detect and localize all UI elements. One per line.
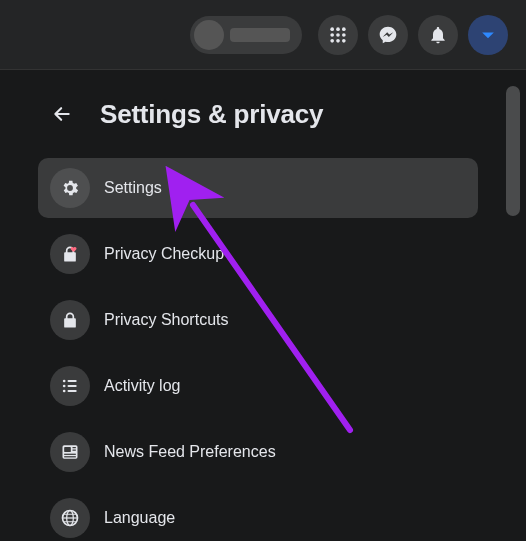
svg-rect-18	[64, 456, 76, 457]
panel-header: Settings & privacy	[38, 82, 478, 158]
svg-point-7	[336, 39, 340, 43]
notifications-button[interactable]	[418, 15, 458, 55]
menu-item-activity-log[interactable]: Activity log	[38, 356, 478, 416]
menu-grid-icon	[328, 25, 348, 45]
profile-name-redacted	[230, 28, 290, 42]
notifications-icon	[428, 25, 448, 45]
messenger-button[interactable]	[368, 15, 408, 55]
menu-item-label: Activity log	[104, 377, 180, 395]
svg-rect-20	[73, 450, 76, 451]
lock-icon	[50, 300, 90, 340]
menu-item-privacy-checkup[interactable]: Privacy Checkup	[38, 224, 478, 284]
messenger-icon	[378, 25, 398, 45]
arrow-left-icon	[52, 104, 72, 124]
menu-item-privacy-shortcuts[interactable]: Privacy Shortcuts	[38, 290, 478, 350]
account-chevron-icon	[478, 25, 498, 45]
menu-item-label: News Feed Preferences	[104, 443, 276, 461]
globe-icon	[50, 498, 90, 538]
svg-rect-12	[68, 385, 77, 387]
svg-point-1	[336, 27, 340, 31]
svg-point-13	[63, 390, 66, 393]
back-button[interactable]	[42, 94, 82, 134]
svg-point-8	[342, 39, 346, 43]
panel-title: Settings & privacy	[100, 99, 323, 130]
menu-item-news-feed-preferences[interactable]: News Feed Preferences	[38, 422, 478, 482]
list-icon	[50, 366, 90, 406]
menu-item-label: Privacy Checkup	[104, 245, 224, 263]
profile-chip[interactable]	[190, 16, 302, 54]
svg-point-11	[63, 385, 66, 388]
newspaper-icon	[50, 432, 90, 472]
menu-item-label: Privacy Shortcuts	[104, 311, 228, 329]
avatar	[194, 20, 224, 50]
svg-rect-16	[64, 447, 71, 452]
svg-rect-19	[73, 447, 76, 448]
svg-point-2	[342, 27, 346, 31]
svg-point-0	[330, 27, 334, 31]
account-menu-button[interactable]	[468, 15, 508, 55]
svg-point-6	[330, 39, 334, 43]
menu-button[interactable]	[318, 15, 358, 55]
gear-icon	[50, 168, 90, 208]
svg-point-4	[336, 33, 340, 37]
svg-point-3	[330, 33, 334, 37]
scrollbar-thumb[interactable]	[506, 86, 520, 216]
svg-rect-14	[68, 390, 77, 392]
svg-point-9	[63, 380, 66, 383]
svg-rect-17	[64, 454, 76, 455]
menu-item-label: Language	[104, 509, 175, 527]
menu-item-language[interactable]: Language	[38, 488, 478, 541]
settings-privacy-panel: Settings & privacy Settings Privacy Chec…	[38, 82, 478, 541]
svg-point-5	[342, 33, 346, 37]
lock-heart-icon	[50, 234, 90, 274]
menu-item-label: Settings	[104, 179, 162, 197]
top-bar	[0, 0, 526, 70]
menu-item-settings[interactable]: Settings	[38, 158, 478, 218]
svg-rect-10	[68, 380, 77, 382]
